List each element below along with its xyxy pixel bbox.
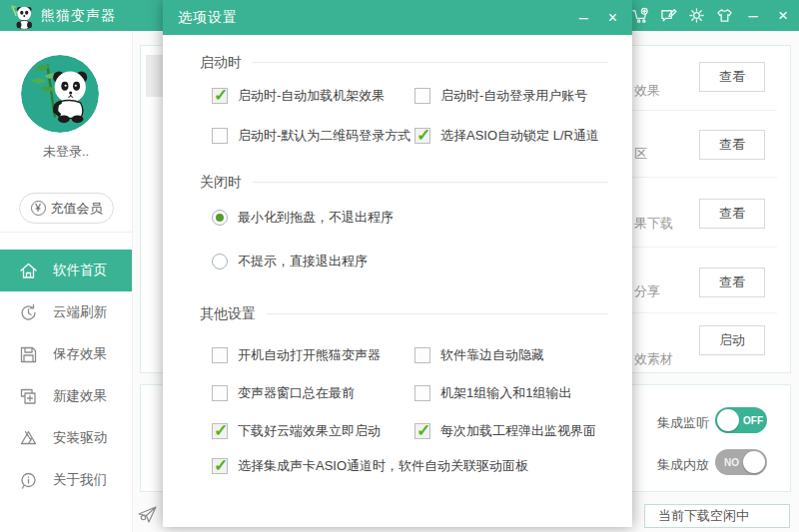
menu-label: 新建效果 [53,387,107,405]
menu-label: 安装驱动 [53,429,107,447]
checkbox-checked-icon [212,88,228,104]
message-edit-icon[interactable] [659,7,677,25]
checkbox-unchecked-icon [212,385,228,401]
internal-play-toggle[interactable]: NO [715,449,767,475]
checkbox-launch-after-download[interactable]: 下载好云端效果立即启动 [212,419,381,443]
toggle-label: 集成内放 [657,456,709,474]
sidebar-item-home[interactable]: 软件首页 [0,250,132,291]
checkbox-always-on-top[interactable]: 变声器窗口总在最前 [212,381,355,405]
checkbox-label: 启动时-默认为二维码登录方式 [238,127,410,145]
sidebar-item-about-us[interactable]: 关于我们 [0,459,132,501]
menu-label: 软件首页 [53,262,107,279]
checkbox-unchecked-icon [414,385,430,401]
dialog-controls: – × [579,0,617,35]
row-label: 分享 [634,282,660,300]
view-button[interactable]: 查看 [699,130,765,160]
recharge-member-button[interactable]: ¥ 充值会员 [19,193,114,224]
view-button[interactable]: 查看 [699,62,765,92]
window-close-button[interactable]: × [773,0,793,31]
panda-avatar-icon [21,55,99,133]
checkbox-auto-load-rack[interactable]: 启动时-自动加载机架效果 [212,84,385,108]
checkbox-label: 选择ASIO自动锁定 L/R通道 [440,127,599,145]
checkbox-label: 下载好云端效果立即启动 [238,422,381,440]
panda-logo-icon [8,3,34,29]
cloud-refresh-icon [19,303,38,322]
checkbox-unchecked-icon [212,347,228,363]
section-title-startup: 启动时 [200,54,242,72]
titlebar-actions: – × [631,0,793,31]
checkbox-checked-icon [212,458,228,474]
home-icon [19,262,38,280]
sidebar-item-install-driver[interactable]: 安装驱动 [0,417,132,459]
section-title-other: 其他设置 [200,305,256,323]
toggle-value: OFF [743,415,763,426]
checkbox-checked-icon [414,128,430,144]
window-minimize-button[interactable]: – [743,0,763,31]
section-line [267,313,608,314]
section-title-close: 关闭时 [200,174,242,192]
checkbox-label: 启动时-自动登录用户账号 [440,87,587,105]
dialog-close-button[interactable]: × [608,0,617,35]
checkbox-link-driver-panel[interactable]: 选择集成声卡ASIO通道时，软件自动关联驱动面板 [212,454,528,478]
user-avatar[interactable] [21,55,99,133]
recharge-label: 充值会员 [51,200,103,218]
row-separator [632,177,777,178]
checkbox-label: 每次加载工程弹出监视界面 [440,422,596,440]
checkbox-label: 机架1组输入和1组输出 [440,384,571,402]
monitor-toggle[interactable]: OFF [715,407,767,433]
row-separator [632,110,777,111]
new-copy-icon [19,387,38,406]
checkbox-qr-login-default[interactable]: 启动时-默认为二维码登录方式 [212,124,410,148]
row-label: 区 [634,145,647,163]
checkbox-auto-start-on-boot[interactable]: 开机自动打开熊猫变声器 [212,343,381,367]
sidebar-item-new-effect[interactable]: 新建效果 [0,375,132,417]
yen-icon: ¥ [31,201,46,216]
gear-icon[interactable] [687,7,705,25]
checkbox-auto-hide-edge[interactable]: 软件靠边自动隐藏 [414,343,544,367]
sidebar-item-cloud-refresh[interactable]: 云端刷新 [0,291,132,333]
launch-button[interactable]: 启动 [699,325,765,355]
app-window: 熊猫变声器 – × [0,0,799,532]
toggle-value: NO [724,457,739,468]
checkbox-label: 开机自动打开熊猫变声器 [238,346,381,364]
sidebar-item-save-effect[interactable]: 保存效果 [0,333,132,375]
checkbox-label: 选择集成声卡ASIO通道时，软件自动关联驱动面板 [238,457,528,475]
checkbox-label: 启动时-自动加载机架效果 [238,87,385,105]
toggle-knob [717,409,739,431]
settings-dialog: 选项设置 – × 启动时 启动时-自动加载机架效果 启动时-自动登录用户账号 启… [163,0,632,527]
save-floppy-icon [19,345,38,364]
section-line [253,182,608,183]
view-button[interactable]: 查看 [699,267,765,297]
checkbox-auto-login[interactable]: 启动时-自动登录用户账号 [414,84,587,108]
checkbox-unchecked-icon [414,88,430,104]
checkbox-asio-lock-lr[interactable]: 选择ASIO自动锁定 L/R通道 [414,124,599,148]
row-separator [632,312,777,313]
sidebar: 未登录.. ¥ 充值会员 软件首页 云端刷新 保存效果 新建效果 [0,31,133,532]
dialog-header: 选项设置 – × [163,0,632,35]
radio-exit-directly[interactable]: 不提示，直接退出程序 [212,250,368,273]
drive-triangle-icon [19,429,38,448]
dialog-minimize-button[interactable]: – [579,0,588,35]
checkbox-checked-icon [414,423,430,439]
menu-label: 保存效果 [53,345,107,363]
sidebar-menu: 软件首页 云端刷新 保存效果 新建效果 安装驱动 关于我们 [0,250,132,501]
row-separator [632,247,777,248]
radio-label: 不提示，直接退出程序 [238,253,368,270]
tshirt-skin-icon[interactable] [715,7,733,25]
checkbox-label: 变声器窗口总在最前 [238,384,355,402]
checkbox-rack-one-io[interactable]: 机架1组输入和1组输出 [414,381,571,405]
checkbox-label: 软件靠边自动隐藏 [440,346,544,364]
about-info-icon [19,471,38,490]
toggle-label: 集成监听 [657,414,709,432]
row-label: 效果 [634,82,660,100]
toggle-knob [743,451,765,473]
checkbox-unchecked-icon [414,347,430,363]
checkbox-checked-icon [212,423,228,439]
row-label: 果下载 [634,215,673,233]
download-status: 当前下载空闲中 [644,504,790,528]
checkbox-popup-monitor-ui[interactable]: 每次加载工程弹出监视界面 [414,419,596,443]
app-title: 熊猫变声器 [41,7,116,25]
cart-plus-icon[interactable] [631,7,649,25]
view-button[interactable]: 查看 [699,199,765,229]
radio-minimize-to-tray[interactable]: 最小化到拖盘，不退出程序 [212,206,394,230]
